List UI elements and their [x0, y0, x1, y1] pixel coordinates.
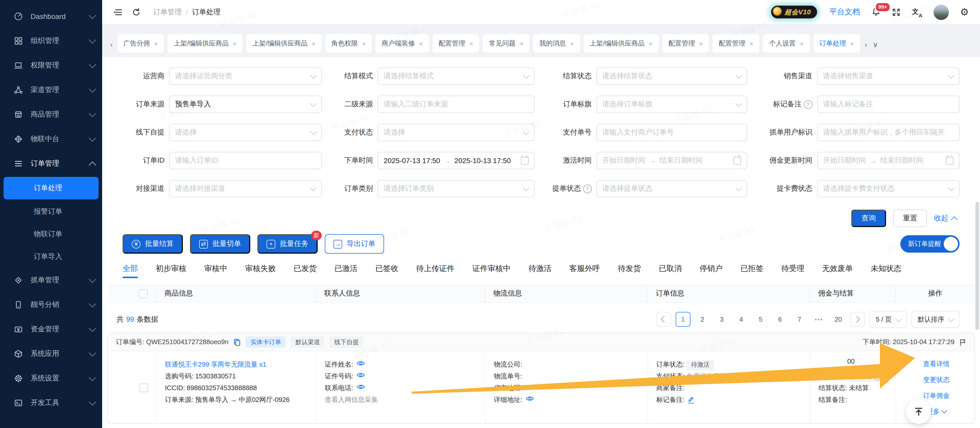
- order-category-select[interactable]: 请选择订单类别: [378, 180, 535, 197]
- tab-my-messages[interactable]: 我的消息×: [533, 34, 580, 53]
- tab-edit-supply-goods-1[interactable]: 上架/编辑供应商品×: [168, 34, 243, 53]
- docking-channel-select[interactable]: 请选择对接渠道: [169, 180, 322, 197]
- sidebar-item-iot-orders[interactable]: 物联订单: [0, 223, 102, 246]
- change-status-link[interactable]: 变更状态: [923, 374, 950, 386]
- status-tab[interactable]: 待上传证件: [416, 264, 455, 278]
- status-tab[interactable]: 停销户: [700, 264, 722, 278]
- close-icon[interactable]: ×: [154, 40, 158, 47]
- question-circle-icon[interactable]: ?: [583, 184, 592, 193]
- close-icon[interactable]: ×: [850, 40, 854, 47]
- network-info-link[interactable]: 查看入网信息采集: [325, 394, 479, 406]
- collapse-filter-link[interactable]: 收起: [934, 214, 956, 223]
- close-icon[interactable]: ×: [570, 40, 574, 47]
- sidebar-item-channel[interactable]: 渠道管理: [0, 78, 102, 102]
- sidebar-item-org[interactable]: 组织管理: [0, 29, 102, 53]
- activate-time-range[interactable]: 开始日期时间→结束日期时间: [596, 152, 747, 169]
- close-icon[interactable]: ×: [419, 40, 423, 47]
- sidebar-item-alarm-orders[interactable]: 报警订单: [0, 200, 102, 223]
- question-circle-icon[interactable]: ?: [804, 100, 813, 109]
- sidebar-item-order-process[interactable]: 订单处理: [3, 177, 99, 200]
- page-1[interactable]: 1: [676, 312, 690, 327]
- breadcrumb-parent[interactable]: 订单管理: [153, 7, 182, 17]
- new-order-alert-toggle[interactable]: 新订单提醒: [900, 235, 959, 252]
- tabs-scroll-right-icon[interactable]: ›: [864, 40, 868, 53]
- translate-icon[interactable]: 文 A: [912, 7, 922, 17]
- status-tab[interactable]: 待受理: [781, 264, 804, 278]
- tab-personal-settings[interactable]: 个人设置×: [763, 34, 810, 53]
- notification-bell-icon[interactable]: 99+: [871, 7, 880, 17]
- status-tab[interactable]: 已签收: [375, 264, 398, 278]
- close-icon[interactable]: ×: [312, 40, 315, 47]
- eye-icon[interactable]: [525, 382, 534, 394]
- status-tab[interactable]: 已激活: [334, 264, 358, 278]
- secondary-source-input[interactable]: 请输入二级订单来源: [378, 96, 535, 113]
- page-2[interactable]: 2: [695, 312, 710, 327]
- batch-switch-button[interactable]: ⇄批量切单: [190, 234, 250, 254]
- tab-order-process[interactable]: 订单处理×: [813, 34, 860, 53]
- sidebar-item-number-distribution[interactable]: 靓号分销: [0, 292, 102, 317]
- sidebar-item-order-management[interactable]: 订单管理: [0, 151, 102, 176]
- pay-status-select[interactable]: 请选择: [378, 124, 535, 141]
- tab-edit-supply-goods-3[interactable]: 上架/编辑供应商品×: [584, 34, 659, 53]
- tabs-scroll-left-icon[interactable]: ‹: [109, 40, 114, 53]
- eye-icon[interactable]: [356, 382, 365, 394]
- sidebar-item-dashboard[interactable]: Dashboard: [0, 4, 102, 29]
- tabs-dropdown-icon[interactable]: ∨: [872, 40, 879, 53]
- page-6[interactable]: 6: [773, 312, 788, 327]
- order-time-range[interactable]: 2025-07-13 17:50→2025-10-13 17:50: [378, 152, 535, 169]
- pay-no-input[interactable]: 请输入支付商户订单号: [596, 124, 747, 141]
- sidebar-item-funds[interactable]: 资金管理: [0, 317, 102, 342]
- question-circle-icon[interactable]: ?: [874, 373, 882, 380]
- tab-faq[interactable]: 常见问题×: [483, 34, 530, 53]
- sidebar-item-iot[interactable]: 物联中台: [0, 127, 102, 151]
- eye-icon[interactable]: [356, 358, 365, 370]
- fullscreen-icon[interactable]: [892, 7, 901, 17]
- status-tab[interactable]: 初步审核: [156, 264, 186, 278]
- prev-page-button[interactable]: [656, 312, 671, 327]
- sidebar-item-system-settings[interactable]: 系统设置: [0, 366, 102, 391]
- copy-icon[interactable]: [234, 338, 241, 346]
- close-icon[interactable]: ×: [649, 40, 653, 47]
- page-4[interactable]: 4: [734, 312, 749, 327]
- tab-config-1[interactable]: 配置管理×: [433, 34, 479, 53]
- status-tab[interactable]: 审核失败: [245, 264, 276, 278]
- status-tab[interactable]: 审核中: [204, 264, 227, 278]
- sidebar-item-dev-tools[interactable]: 开发工具: [0, 391, 102, 415]
- edit-pencil-icon[interactable]: [687, 396, 694, 403]
- close-icon[interactable]: ×: [520, 40, 523, 47]
- status-tab-all[interactable]: 全部: [123, 264, 138, 278]
- page-3[interactable]: 3: [714, 312, 729, 327]
- operator-select[interactable]: 请选择运营商分类: [169, 67, 322, 85]
- flag-icon[interactable]: [959, 338, 966, 346]
- settle-mode-select[interactable]: 请选择结算模式: [378, 67, 535, 85]
- row-checkbox[interactable]: [139, 383, 148, 392]
- bill-status-select[interactable]: 请选择提单状态: [596, 180, 747, 197]
- card-fee-status-select[interactable]: 请选择提卡费支付状态: [817, 180, 960, 197]
- commission-update-range[interactable]: 开始日期时间→结束日期时间: [817, 152, 960, 169]
- tab-ad-commission[interactable]: 广告分佣×: [117, 34, 164, 53]
- vip-badge[interactable]: 超会V10: [770, 5, 818, 19]
- close-icon[interactable]: ×: [699, 40, 703, 47]
- close-icon[interactable]: ×: [469, 40, 473, 47]
- eye-icon[interactable]: [525, 394, 534, 406]
- select-all-checkbox[interactable]: [139, 289, 148, 298]
- sidebar-item-order-import[interactable]: 订单导入: [0, 246, 102, 268]
- reset-button[interactable]: 重置: [893, 210, 927, 227]
- order-commission-link[interactable]: 订单佣金: [923, 390, 950, 401]
- search-button[interactable]: 查询: [851, 210, 886, 227]
- grab-user-input[interactable]: 请输入抓单用户标识，多个用回车隔开: [817, 124, 960, 141]
- scrollbar-thumb[interactable]: [975, 202, 979, 330]
- sidebar-item-permission[interactable]: 权限管理: [0, 53, 102, 78]
- settle-status-select[interactable]: 请选择结算状态: [596, 67, 747, 85]
- menu-fold-icon[interactable]: [113, 7, 123, 17]
- sidebar-item-system-apps[interactable]: 系统应用: [0, 342, 102, 366]
- close-icon[interactable]: ×: [362, 40, 366, 47]
- settings-gear-icon[interactable]: ⚙: [960, 7, 969, 17]
- offline-pickup-select[interactable]: 请选择: [169, 124, 322, 141]
- close-icon[interactable]: ×: [233, 40, 237, 47]
- back-to-top-button[interactable]: [906, 399, 931, 424]
- export-orders-button[interactable]: →导出订单: [325, 234, 384, 254]
- order-source-select[interactable]: 预售单导入: [169, 96, 322, 113]
- page-size-select[interactable]: 5 / 页: [870, 311, 907, 328]
- tab-config-2[interactable]: 配置管理×: [662, 34, 709, 53]
